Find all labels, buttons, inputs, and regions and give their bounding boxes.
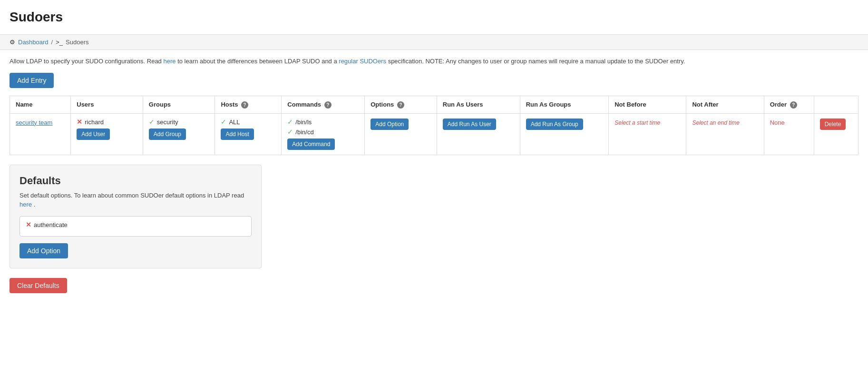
add-entry-button[interactable]: Add Entry — [10, 73, 54, 88]
regular-sudoers-link[interactable]: regular SUDOers — [339, 58, 386, 65]
col-header-name: Name — [10, 96, 71, 113]
host-tag-all: ✓ ALL — [221, 119, 275, 126]
host-label: ALL — [229, 119, 240, 126]
col-header-run-as-groups: Run As Groups — [520, 96, 609, 113]
breadcrumb: ⚙ Dashboard / >_ Sudoers — [0, 34, 868, 50]
add-option-button-row[interactable]: Add Option — [371, 119, 409, 130]
commands-help-icon[interactable]: ? — [324, 101, 332, 109]
cell-actions: Delete — [814, 113, 858, 155]
add-run-as-user-button[interactable]: Add Run As User — [443, 119, 496, 130]
breadcrumb-current: Sudoers — [66, 39, 88, 46]
add-run-as-group-button[interactable]: Add Run As Group — [526, 119, 583, 130]
add-group-button[interactable]: Add Group — [149, 129, 186, 140]
hosts-help-icon[interactable]: ? — [241, 101, 248, 109]
cell-run-as-users: Add Run As User — [437, 113, 520, 155]
default-option-label: authenticate — [34, 221, 68, 228]
cell-users: ✕ richard Add User — [71, 113, 143, 155]
table-row: security team ✕ richard Add User ✓ — [10, 113, 858, 155]
col-header-commands: Commands ? — [282, 96, 365, 113]
select-start-time-link[interactable]: Select a start time — [614, 119, 660, 126]
group-label: security — [157, 119, 178, 126]
add-command-button[interactable]: Add Command — [287, 139, 335, 150]
delete-button[interactable]: Delete — [820, 119, 846, 130]
sudoers-table-container: Name Users Groups Hosts ? Commands ? — [10, 96, 858, 155]
clear-defaults-container: Clear Defaults — [10, 278, 858, 293]
command-tag-bin-cd: ✓ /bin/cd — [287, 129, 359, 136]
page-description: Allow LDAP to specify your SUDO configur… — [10, 57, 858, 66]
order-help-icon[interactable]: ? — [790, 101, 797, 109]
sudoers-table: Name Users Groups Hosts ? Commands ? — [10, 96, 858, 155]
user-label: richard — [85, 119, 104, 126]
cell-name: security team — [10, 113, 71, 155]
group-tag-security: ✓ security — [149, 119, 209, 126]
col-header-run-as-users: Run As Users — [437, 96, 520, 113]
defaults-here-link[interactable]: here — [20, 201, 32, 208]
col-header-order: Order ? — [764, 96, 814, 113]
defaults-title: Defaults — [20, 175, 252, 187]
page-title: Sudoers — [10, 10, 858, 25]
add-option-defaults-button[interactable]: Add Option — [20, 243, 68, 258]
command-label-2: /bin/cd — [295, 129, 313, 136]
remove-user-icon[interactable]: ✕ — [77, 119, 82, 125]
select-end-time-link[interactable]: Select an end time — [692, 119, 739, 126]
command-label-1: /bin/ls — [295, 119, 312, 126]
command-check-icon-1: ✓ — [287, 119, 293, 125]
cell-run-as-groups: Add Run As Group — [520, 113, 609, 155]
col-header-groups: Groups — [143, 96, 215, 113]
cell-order: None — [764, 113, 814, 155]
col-header-not-after: Not After — [686, 96, 764, 113]
here-link-1[interactable]: here — [163, 58, 176, 65]
defaults-options-list: ✕ authenticate — [20, 216, 252, 237]
col-header-users: Users — [71, 96, 143, 113]
col-header-actions — [814, 96, 858, 113]
defaults-description: Set default options. To learn about comm… — [20, 191, 252, 209]
group-check-icon: ✓ — [149, 119, 155, 125]
host-check-icon: ✓ — [221, 119, 226, 125]
remove-default-option-icon[interactable]: ✕ — [26, 221, 31, 228]
order-value[interactable]: None — [770, 119, 785, 126]
col-header-options: Options ? — [365, 96, 437, 113]
cell-options: Add Option — [365, 113, 437, 155]
cell-hosts: ✓ ALL Add Host — [215, 113, 282, 155]
options-help-icon[interactable]: ? — [397, 101, 404, 109]
entry-name-link[interactable]: security team — [16, 119, 52, 126]
cell-not-before: Select a start time — [609, 113, 686, 155]
col-header-hosts: Hosts ? — [215, 96, 282, 113]
command-tag-bin-ls: ✓ /bin/ls — [287, 119, 359, 126]
breadcrumb-terminal-icon: >_ — [56, 39, 63, 46]
dashboard-icon: ⚙ — [10, 39, 15, 46]
defaults-section: Defaults Set default options. To learn a… — [10, 165, 262, 268]
cell-not-after: Select an end time — [686, 113, 764, 155]
user-tag-richard: ✕ richard — [77, 119, 137, 126]
col-header-not-before: Not Before — [609, 96, 686, 113]
cell-groups: ✓ security Add Group — [143, 113, 215, 155]
command-check-icon-2: ✓ — [287, 129, 293, 135]
cell-commands: ✓ /bin/ls ✓ /bin/cd Add Command — [282, 113, 365, 155]
clear-defaults-button[interactable]: Clear Defaults — [10, 278, 67, 293]
add-host-button[interactable]: Add Host — [221, 129, 254, 140]
default-option-authenticate: ✕ authenticate — [26, 221, 245, 228]
breadcrumb-home[interactable]: Dashboard — [18, 39, 49, 46]
breadcrumb-separator: / — [51, 39, 53, 46]
add-user-button[interactable]: Add User — [77, 129, 110, 140]
